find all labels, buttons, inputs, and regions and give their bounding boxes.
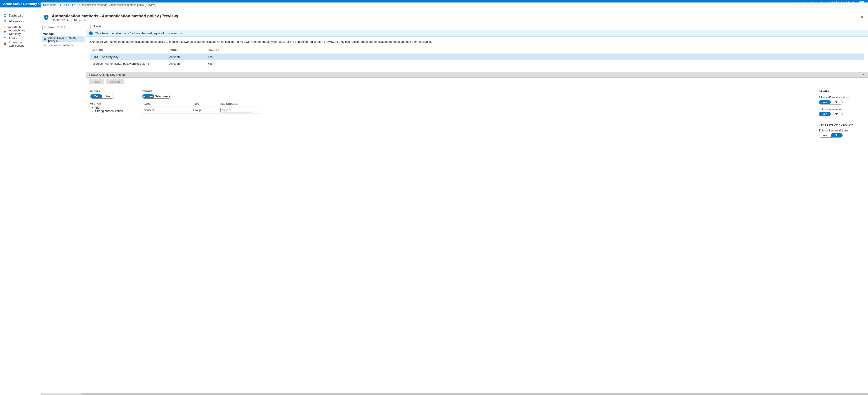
cell-method: Microsoft Authenticator passwordless sig… (92, 62, 169, 65)
shield-small-icon (43, 38, 46, 41)
key-policy-heading: KEY RESTRICTION POLICY (819, 124, 864, 127)
nav-collapse-icon[interactable]: « (38, 8, 39, 11)
cell-target: All users (169, 55, 208, 59)
chevron-down-icon (248, 109, 250, 111)
info-banner[interactable]: i Click here to enable users for the enh… (86, 30, 868, 37)
page-title: Authentication methods - Authentication … (52, 14, 178, 19)
row-more-icon[interactable]: ⋯ (254, 109, 261, 112)
trash-icon (89, 25, 92, 28)
search-icon (43, 26, 46, 29)
info-text: Click here to enable users for the enhan… (95, 32, 179, 35)
usefor-item: Strong authentication (95, 109, 129, 113)
cell-method: FIDO2 Security Key (92, 55, 169, 59)
cell-target: All users (169, 62, 208, 65)
nav-aad[interactable]: Azure Active Directory (0, 29, 41, 35)
nav-dashboard[interactable]: Dashboard (0, 12, 41, 18)
col-name: NAME (144, 103, 193, 105)
registration-select[interactable]: Optional (220, 108, 252, 112)
reset-button[interactable]: Reset (89, 25, 101, 28)
enable-label: ENABLE (90, 90, 129, 93)
enforce-key-label: Enforce key restrictions (819, 129, 864, 132)
target-row: All users Group Optional ⋯ (142, 107, 260, 114)
settings-section-bar[interactable]: FIDO2 Security Key settings (86, 72, 868, 78)
svg-rect-11 (5, 43, 6, 44)
breadcrumb-dashboard[interactable]: Dashboard (43, 3, 57, 6)
arrow-right-icon: → (180, 32, 183, 35)
info-icon: i (89, 31, 93, 35)
blade-header: Authentication methods - Authentication … (41, 12, 868, 23)
search-input[interactable] (42, 25, 83, 30)
enforce-key-yes[interactable]: Yes (819, 133, 831, 137)
svg-rect-7 (4, 16, 5, 17)
methods-table: METHOD TARGET ENABLED FIDO2 Security Key… (90, 47, 864, 67)
subnav-pwd-label: Password protection (49, 44, 74, 47)
registration-value: Optional (222, 109, 232, 112)
allow-self-no[interactable]: No (831, 100, 842, 104)
target-table: NAME TYPE REGISTRATION All users Group (142, 101, 260, 114)
col-registration: REGISTRATION (220, 103, 254, 105)
cell-type: Group (193, 109, 220, 112)
cell-name: All users (144, 109, 193, 112)
save-button[interactable]: Save (89, 79, 104, 84)
general-heading: GENERAL (819, 90, 864, 93)
svg-point-15 (44, 26, 45, 28)
nav-allservices[interactable]: All services (0, 18, 41, 24)
main-pane: Reset i Click here to enable users for t… (86, 23, 868, 393)
nav-allservices-label: All services (9, 20, 24, 23)
allow-self-toggle[interactable]: Yes No (819, 100, 843, 105)
breadcrumb: Dashboard › LC CHETTY › Authentication m… (41, 2, 868, 7)
nav-users-label: Users (9, 36, 17, 40)
apps-icon (3, 42, 6, 46)
cell-enabled: Yes (208, 55, 862, 59)
target-select[interactable]: Select users (154, 94, 171, 98)
subnav-auth-label: Authentication method policy (... (48, 36, 83, 43)
col-enabled: ENABLED (208, 49, 862, 51)
svg-rect-12 (4, 44, 5, 45)
enforce-attest-yes[interactable]: Yes (819, 112, 831, 116)
svg-rect-14 (46, 17, 47, 18)
favorites-header: ★FAVORITES (0, 24, 41, 29)
breadcrumb-current: Authentication methods - Authentication … (79, 3, 156, 6)
enforce-attest-no[interactable]: No (831, 112, 842, 116)
dashboard-icon (3, 13, 7, 17)
allow-self-label: Allow self-service set up (819, 96, 864, 99)
enable-toggle[interactable]: Yes No (90, 94, 114, 98)
svg-rect-13 (5, 44, 6, 45)
users-icon (3, 36, 7, 40)
enable-no[interactable]: No (102, 94, 114, 98)
shield-icon (43, 14, 50, 21)
col-type: TYPE (193, 103, 220, 105)
method-row-authenticator[interactable]: Microsoft Authenticator passwordless sig… (90, 60, 864, 67)
nav-users[interactable]: Users (0, 35, 41, 41)
subnav-auth-method-policy[interactable]: Authentication method policy (... (42, 36, 85, 42)
horizontal-scrollbar[interactable]: ◄ (41, 393, 868, 395)
subnav-section: Manage (43, 32, 85, 35)
allow-self-yes[interactable]: Yes (819, 100, 831, 104)
nav-entapps[interactable]: Enterprise applications (0, 41, 41, 47)
svg-rect-10 (4, 43, 5, 44)
blade-subnav: « Manage Authentication method policy (.… (41, 23, 86, 393)
target-all[interactable]: All users (143, 94, 154, 98)
target-toggle[interactable]: All users Select users (142, 94, 171, 98)
enable-yes[interactable]: Yes (90, 94, 102, 98)
action-bar: Save Discard (86, 78, 868, 86)
breadcrumb-tenant[interactable]: LC CHETTY (60, 3, 75, 6)
enforce-attest-toggle[interactable]: Yes No (819, 112, 843, 116)
method-row-fido2[interactable]: FIDO2 Security Key All users Yes (90, 53, 864, 60)
nav-aad-label: Azure Active Directory (9, 29, 37, 35)
close-icon[interactable]: ✕ (859, 14, 864, 21)
cell-enabled: Yes (208, 62, 862, 65)
svg-rect-8 (5, 16, 6, 17)
discard-button[interactable]: Discard (106, 79, 124, 84)
enforce-key-no[interactable]: No (831, 133, 842, 137)
nav-dashboard-label: Dashboard (9, 14, 24, 17)
page-subtitle: LC CHETTY - Azure AD Security (52, 19, 178, 22)
enforce-key-toggle[interactable]: Yes No (819, 133, 843, 138)
usefor-item: Sign in (95, 106, 129, 109)
left-nav: « Dashboard All services ★FAVORITES Azur… (0, 7, 41, 395)
col-target: TARGET (169, 49, 208, 51)
toolbar: Reset (86, 23, 868, 30)
list-icon (3, 20, 7, 23)
subnav-password-protection[interactable]: Password protection (42, 42, 85, 48)
col-method: METHOD (92, 49, 169, 51)
